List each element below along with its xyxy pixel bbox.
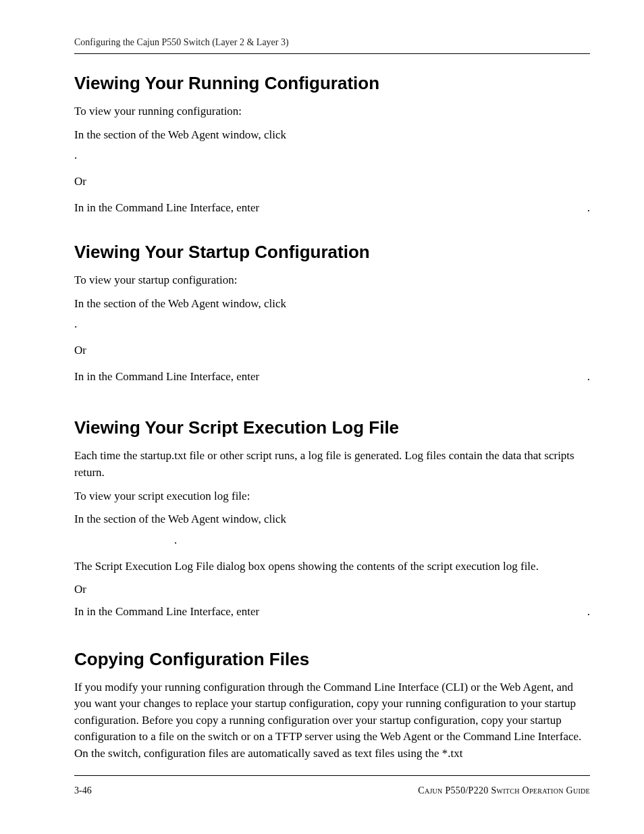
- startup-step-web-end: .: [74, 316, 590, 333]
- startup-or: Or: [74, 342, 590, 359]
- text: .: [587, 369, 590, 386]
- heading-copying: Copying Configuration Files: [74, 649, 590, 670]
- text: in the Command Line Interface, enter: [86, 605, 259, 618]
- startup-step-web: In the section of the Web Agent window, …: [74, 296, 590, 313]
- text: .: [587, 604, 590, 621]
- page-footer: 3-46 Cajun P550/P220 Switch Operation Gu…: [74, 775, 590, 796]
- page: Configuring the Cajun P550 Switch (Layer…: [0, 0, 644, 834]
- running-or: Or: [74, 174, 590, 190]
- running-head: Configuring the Cajun P550 Switch (Layer…: [74, 37, 590, 48]
- running-intro: To view your running configuration:: [74, 103, 590, 120]
- startup-step-cli: In in the Command Line Interface, enter …: [74, 369, 590, 386]
- heading-script-log: Viewing Your Script Execution Log File: [74, 417, 590, 438]
- script-or: Or: [74, 581, 590, 598]
- text: section of the Web Agent window, click: [103, 297, 286, 310]
- text: In the: [74, 513, 103, 525]
- script-intro2: To view your script execution log file:: [74, 488, 590, 505]
- text: section of the Web Agent window, click: [103, 128, 286, 141]
- text: In: [74, 370, 86, 383]
- top-rule: [74, 53, 590, 54]
- script-step-cli: In in the Command Line Interface, enter …: [74, 604, 590, 621]
- bottom-rule: [74, 775, 590, 776]
- running-step-web-end: .: [74, 147, 590, 164]
- text: in the Command Line Interface, enter: [86, 370, 259, 383]
- script-intro1: Each time the startup.txt file or other …: [74, 448, 590, 481]
- copying-body: If you modify your running configuration…: [74, 679, 590, 762]
- text: In: [74, 605, 86, 618]
- footer-guide-title: Cajun P550/P220 Switch Operation Guide: [418, 785, 590, 796]
- text: In: [74, 201, 86, 214]
- text: .: [587, 200, 590, 217]
- heading-running-config: Viewing Your Running Configuration: [74, 73, 590, 94]
- text: In the: [74, 128, 103, 141]
- text: In the: [74, 297, 103, 310]
- heading-startup-config: Viewing Your Startup Configuration: [74, 242, 590, 263]
- script-result: The Script Execution Log File dialog box…: [74, 558, 590, 575]
- startup-intro: To view your startup configuration:: [74, 272, 590, 289]
- script-step-web-end: .: [174, 532, 590, 549]
- text: in the Command Line Interface, enter: [86, 201, 259, 214]
- text: section of the Web Agent window, click: [103, 513, 286, 525]
- page-number: 3-46: [74, 785, 92, 796]
- script-step-web: In the section of the Web Agent window, …: [74, 511, 590, 528]
- running-step-web: In the section of the Web Agent window, …: [74, 127, 590, 144]
- running-step-cli: In in the Command Line Interface, enter …: [74, 200, 590, 217]
